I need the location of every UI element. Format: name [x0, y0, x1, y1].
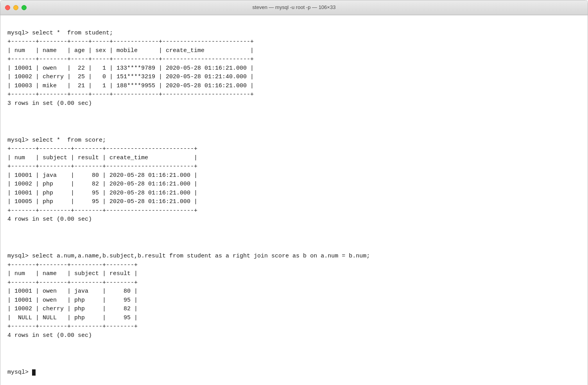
query-block-2: mysql> select * from score; +-------+---…	[7, 127, 581, 224]
minimize-button[interactable]	[13, 5, 18, 10]
row-info-3: 4 rows in set (0.00 sec)	[7, 332, 92, 339]
row-info-2: 4 rows in set (0.00 sec)	[7, 216, 92, 223]
maximize-button[interactable]	[22, 5, 27, 10]
table-output-1: +-------+--------+-----+-----+----------…	[7, 38, 254, 98]
query-block-1: mysql> select * from student; +-------+-…	[7, 29, 581, 108]
cursor	[32, 369, 36, 376]
prompt-line-1: mysql> select * from student;	[7, 30, 113, 36]
table-output-3: +-------+--------+---------+--------+ | …	[7, 262, 138, 330]
titlebar: steven — mysql -u root -p — 106×33	[0, 0, 588, 15]
window-title: steven — mysql -u root -p — 106×33	[253, 4, 336, 11]
close-button[interactable]	[5, 5, 10, 10]
terminal-window: steven — mysql -u root -p — 106×33 mysql…	[0, 0, 588, 385]
final-prompt-block: mysql>	[7, 359, 581, 377]
prompt-line-3: mysql> select a.num,a.name,b.subject,b.r…	[7, 253, 370, 259]
query-block-3: mysql> select a.num,a.name,b.subject,b.r…	[7, 243, 581, 340]
final-prompt: mysql>	[7, 369, 32, 376]
terminal-content[interactable]: mysql> select * from student; +-------+-…	[0, 15, 588, 385]
window-controls	[5, 5, 27, 10]
prompt-line-2: mysql> select * from score;	[7, 137, 106, 144]
table-output-2: +-------+---------+--------+------------…	[7, 146, 197, 214]
row-info-1: 3 rows in set (0.00 sec)	[7, 100, 92, 107]
